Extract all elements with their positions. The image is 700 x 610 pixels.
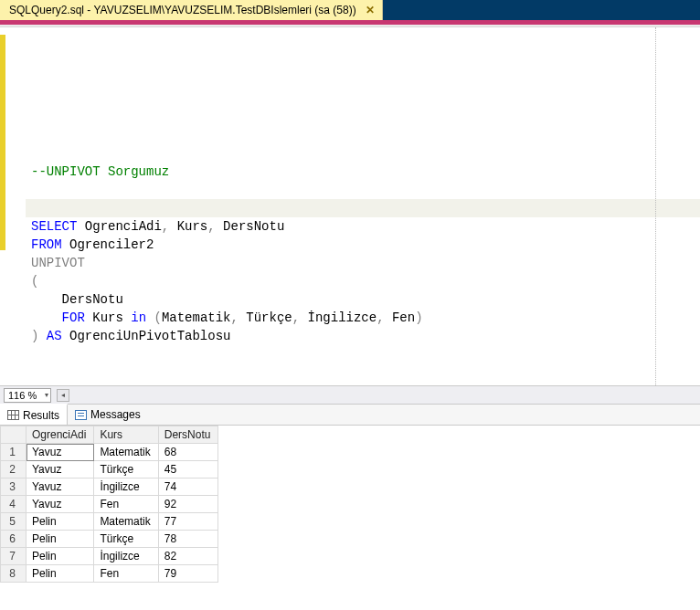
sql-editor[interactable]: --UNPIVOT Sorgumuz SELECT OgrenciAdi, Ku…	[0, 27, 700, 385]
row-number[interactable]: 5	[1, 513, 27, 531]
change-marker	[0, 35, 5, 250]
cell[interactable]: 79	[158, 565, 218, 583]
in-item: Türkçe	[239, 310, 292, 325]
cell[interactable]: 45	[158, 461, 218, 479]
table-row[interactable]: 6PelinTürkçe78	[1, 531, 218, 548]
kw-unpivot: UNPIVOT	[31, 256, 85, 270]
in-item: Fen	[385, 310, 416, 325]
sep: ,	[377, 310, 384, 325]
cell[interactable]: Türkçe	[94, 531, 158, 548]
table-row[interactable]: 3Yavuzİngilizce74	[1, 479, 218, 496]
cell[interactable]: Pelin	[27, 565, 94, 583]
kw-from: FROM	[31, 237, 62, 252]
cell[interactable]: Fen	[94, 565, 158, 583]
results-tabstrip: Results Messages	[0, 404, 700, 426]
kw-for: FOR	[62, 310, 85, 325]
blank	[31, 146, 38, 161]
tab-results[interactable]: Results	[0, 404, 68, 425]
unpivot-col: DersNotu	[31, 292, 123, 307]
cell[interactable]: Fen	[94, 496, 158, 513]
col: DersNotu	[216, 219, 285, 234]
sep: ,	[292, 310, 300, 325]
sep: ,	[162, 219, 169, 234]
table-row[interactable]: 4YavuzFen92	[1, 496, 218, 513]
kw-in: in	[131, 310, 146, 325]
row-number[interactable]: 8	[1, 565, 27, 583]
grid-header-row: OgrenciAdi Kurs DersNotu	[1, 426, 218, 444]
table-row[interactable]: 2YavuzTürkçe45	[1, 461, 218, 479]
paren: )	[415, 310, 422, 325]
cell[interactable]: Pelin	[27, 531, 94, 548]
cell[interactable]: 92	[158, 496, 218, 513]
cell[interactable]: Yavuz	[27, 444, 94, 461]
tab-results-label: Results	[23, 409, 59, 422]
table-row[interactable]: 5PelinMatematik77	[1, 513, 218, 531]
results-grid[interactable]: OgrenciAdi Kurs DersNotu 1YavuzMatematik…	[0, 426, 218, 583]
alias: OgrenciUnPivotTablosu	[69, 329, 230, 343]
tab-messages[interactable]: Messages	[68, 405, 148, 425]
row-number[interactable]: 1	[1, 444, 27, 461]
row-number[interactable]: 2	[1, 461, 27, 479]
blank	[31, 128, 38, 142]
sep: ,	[231, 310, 239, 325]
paren: (	[146, 310, 162, 325]
cell[interactable]: 78	[158, 531, 218, 548]
cell[interactable]: 82	[158, 548, 218, 565]
cell[interactable]: Yavuz	[27, 496, 94, 513]
blank	[31, 183, 38, 197]
col: OgrenciAdi	[77, 219, 161, 234]
col: Kurs	[169, 219, 207, 234]
grid-corner	[1, 426, 27, 444]
cell[interactable]: 74	[158, 479, 218, 496]
row-number[interactable]: 4	[1, 496, 27, 513]
blank	[31, 201, 38, 216]
in-item: İngilizce	[300, 310, 377, 325]
cell[interactable]: 68	[158, 444, 218, 461]
cell[interactable]: Yavuz	[27, 479, 94, 496]
document-tab[interactable]: SQLQuery2.sql - YAVUZSELIM\YAVUZSELIM.Te…	[0, 0, 383, 20]
table-row[interactable]: 8PelinFen79	[1, 565, 218, 583]
in-item: Matematik	[162, 310, 231, 325]
cell[interactable]: Türkçe	[94, 461, 158, 479]
sql-comment: --UNPIVOT Sorgumuz	[31, 164, 169, 179]
kw-select: SELECT	[31, 219, 77, 234]
table-row[interactable]: 7Pelinİngilizce82	[1, 548, 218, 565]
cell[interactable]: Pelin	[27, 513, 94, 531]
row-number[interactable]: 3	[1, 479, 27, 496]
cell[interactable]: Matematik	[94, 513, 158, 531]
results-grid-wrap[interactable]: OgrenciAdi Kurs DersNotu 1YavuzMatematik…	[0, 426, 700, 610]
for-col: Kurs	[85, 310, 131, 325]
close-icon[interactable]: ✕	[364, 4, 377, 16]
row-number[interactable]: 6	[1, 531, 27, 548]
document-tab-title: SQLQuery2.sql - YAVUZSELIM\YAVUZSELIM.Te…	[9, 4, 356, 16]
tbl: Ogrenciler2	[62, 237, 154, 252]
cell[interactable]: Matematik	[94, 444, 158, 461]
code-content: --UNPIVOT Sorgumuz SELECT OgrenciAdi, Ku…	[31, 108, 691, 363]
pad	[31, 310, 62, 325]
col-header[interactable]: DersNotu	[158, 426, 218, 444]
document-tab-bar: SQLQuery2.sql - YAVUZSELIM\YAVUZSELIM.Te…	[0, 0, 700, 20]
row-number[interactable]: 7	[1, 548, 27, 565]
editor-gutter	[0, 27, 26, 385]
grid-icon	[7, 410, 19, 420]
tab-messages-label: Messages	[90, 408, 141, 421]
cell[interactable]: İngilizce	[94, 479, 158, 496]
cell[interactable]: İngilizce	[94, 548, 158, 565]
kw-as: AS	[38, 329, 69, 343]
col-header[interactable]: Kurs	[94, 426, 158, 444]
cell[interactable]: Pelin	[27, 548, 94, 565]
sep: ,	[207, 219, 215, 234]
cell[interactable]: 77	[158, 513, 218, 531]
messages-icon	[75, 410, 87, 420]
cell[interactable]: Yavuz	[27, 461, 94, 479]
table-row[interactable]: 1YavuzMatematik68	[1, 444, 218, 461]
code-area[interactable]: --UNPIVOT Sorgumuz SELECT OgrenciAdi, Ku…	[26, 27, 700, 385]
paren: (	[31, 274, 38, 289]
col-header[interactable]: OgrenciAdi	[27, 426, 94, 444]
